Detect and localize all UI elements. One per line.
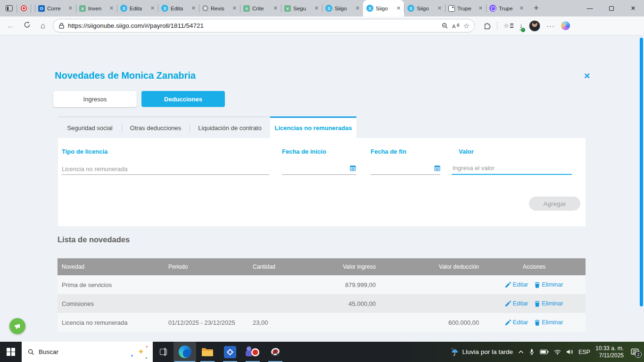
- tab-close-icon[interactable]: ✕: [438, 6, 442, 11]
- favorite-star-icon[interactable]: ☆: [463, 22, 470, 29]
- battery-icon[interactable]: [540, 349, 549, 354]
- tab-seguridad[interactable]: xSegu✕: [281, 0, 322, 16]
- teams-icon: [246, 346, 260, 358]
- editar-label: Editar: [513, 319, 528, 326]
- tab-close-icon[interactable]: ✕: [109, 6, 114, 11]
- agregar-button[interactable]: Agregar: [529, 197, 580, 211]
- volume-icon[interactable]: [566, 349, 573, 355]
- eliminar-link[interactable]: Eliminar: [535, 300, 563, 307]
- trupe-favicon: [489, 5, 496, 12]
- address-bar[interactable]: https://siigonube.siigo.com/#/payroll/18…: [53, 19, 475, 33]
- tab-inventario[interactable]: xInven✕: [76, 0, 117, 16]
- page-scrollbar[interactable]: [640, 38, 643, 306]
- editar-link[interactable]: Editar: [505, 300, 528, 307]
- tab-siigo-1[interactable]: SSiigo✕: [322, 0, 363, 16]
- tab-label: Trupe: [457, 6, 476, 11]
- tab-close-icon[interactable]: ✕: [479, 6, 483, 11]
- read-aloud-icon[interactable]: A: [452, 23, 460, 29]
- ingresos-button[interactable]: Ingresos: [53, 91, 137, 107]
- tab-close-icon[interactable]: ✕: [68, 6, 73, 11]
- microphone-icon[interactable]: [529, 348, 535, 355]
- tab-close-icon[interactable]: ✕: [191, 6, 196, 11]
- tab-seguridad-social[interactable]: Seguridad social: [58, 116, 122, 138]
- tab-siigo-active[interactable]: SSiigo✕: [363, 0, 404, 16]
- profile-avatar[interactable]: [529, 20, 540, 32]
- income-deduction-toggle: Ingresos Deducciones: [53, 91, 225, 107]
- start-button[interactable]: [0, 342, 22, 362]
- editar-link[interactable]: Editar: [505, 281, 528, 288]
- tab-siigo-editar-1[interactable]: SEdita✕: [117, 0, 158, 16]
- taskbar-diamond-app[interactable]: [219, 342, 241, 362]
- language-indicator[interactable]: ESP: [578, 349, 590, 355]
- tab-correo[interactable]: OCorre✕: [35, 0, 76, 16]
- fecha-fin-field[interactable]: [371, 163, 440, 175]
- search-highlights-icon: ✦✦: [130, 345, 148, 359]
- tab-siigo-2[interactable]: SSiigo✕: [404, 0, 445, 16]
- valor-input[interactable]: [452, 163, 572, 175]
- back-icon[interactable]: ←: [5, 21, 17, 31]
- window-maximize-button[interactable]: [601, 0, 622, 16]
- tab-close-icon[interactable]: ✕: [396, 6, 401, 11]
- tab-liquidacion-contrato[interactable]: Liquidación de contrato: [190, 116, 270, 138]
- excel-favicon: x: [79, 5, 86, 12]
- taskbar-search-box[interactable]: Buscar ✦✦: [22, 342, 153, 362]
- taskbar-snipping-tool[interactable]: [264, 342, 287, 362]
- downloads-icon[interactable]: ↓✓: [520, 21, 523, 30]
- tab-chatgpt[interactable]: Revis✕: [199, 0, 240, 16]
- taskbar-teams-recorder[interactable]: [241, 342, 264, 362]
- tray-chevron-up-icon[interactable]: [518, 350, 524, 354]
- weather-widget[interactable]: Lluvia por la tarde: [450, 348, 513, 356]
- tab-label: Edita: [130, 6, 148, 11]
- settings-menu-icon[interactable]: ···: [546, 22, 555, 30]
- window-minimize-button[interactable]: —: [579, 0, 601, 16]
- announcements-fab[interactable]: [9, 318, 25, 334]
- deducciones-button[interactable]: Deducciones: [141, 91, 225, 107]
- record-dot-icon: [251, 348, 259, 356]
- chatgpt-favicon: [202, 5, 208, 11]
- tab-siigo-editar-2[interactable]: SEdita✕: [158, 0, 199, 16]
- tab-otras-deducciones[interactable]: Otras deducciones: [122, 116, 190, 138]
- url-text[interactable]: https://siigonube.siigo.com/#/payroll/18…: [68, 22, 438, 29]
- fecha-inicio-field[interactable]: [282, 163, 356, 175]
- tab-trupe-2[interactable]: Trupe✕: [486, 0, 527, 16]
- extensions-icon[interactable]: [483, 22, 491, 30]
- windows-taskbar: Buscar ✦✦ Lluvia por la tarde: [0, 342, 644, 362]
- tab-close-icon[interactable]: ✕: [273, 6, 278, 11]
- taskbar-file-explorer[interactable]: [196, 342, 219, 362]
- recording-indicator-icon[interactable]: [21, 5, 27, 11]
- tab-layout-icon[interactable]: [6, 5, 13, 11]
- tab-trupe-1[interactable]: Trupe✕: [445, 0, 486, 16]
- home-icon[interactable]: ⌂: [37, 21, 49, 31]
- calendar-icon[interactable]: [350, 165, 356, 173]
- calendar-icon[interactable]: [434, 165, 440, 173]
- tab-close-icon[interactable]: ✕: [232, 6, 237, 11]
- siigo-favicon: S: [325, 5, 332, 12]
- editar-link[interactable]: Editar: [505, 319, 528, 326]
- tab-close-icon[interactable]: ✕: [355, 6, 360, 11]
- action-center-button[interactable]: 2: [629, 346, 640, 358]
- new-tab-button[interactable]: +: [527, 3, 545, 13]
- task-view-button[interactable]: [153, 342, 173, 362]
- tab-label: Siigo: [335, 6, 353, 11]
- tray-time: 10:33 a. m.: [595, 345, 624, 352]
- favorites-bar-icon[interactable]: ☆: [504, 23, 513, 29]
- tab-criterios[interactable]: xCrite✕: [240, 0, 281, 16]
- tab-licencias-no-remuneradas[interactable]: Licencias no remuneradas: [270, 116, 356, 138]
- refresh-icon[interactable]: [21, 21, 33, 31]
- zoom-out-icon[interactable]: [441, 22, 448, 29]
- eliminar-link[interactable]: Eliminar: [535, 319, 563, 326]
- close-icon[interactable]: ✕: [584, 71, 590, 81]
- wifi-icon[interactable]: [554, 349, 561, 355]
- taskbar-edge[interactable]: [173, 342, 196, 362]
- page-title: Novedades de Monica Zanabria: [55, 70, 196, 81]
- svg-text:A: A: [452, 23, 456, 29]
- tab-close-icon[interactable]: ✕: [314, 6, 319, 11]
- copilot-icon[interactable]: [561, 21, 570, 30]
- window-close-button[interactable]: ✕: [622, 0, 644, 16]
- tab-close-icon[interactable]: ✕: [150, 6, 155, 11]
- clock[interactable]: 10:33 a. m. 7/11/2025: [595, 345, 624, 359]
- browser-toolbar: ← ⌂ https://siigonube.siigo.com/#/payrol…: [0, 16, 644, 35]
- eliminar-link[interactable]: Eliminar: [535, 281, 563, 288]
- tipo-licencia-select[interactable]: Licencia no remunerada: [62, 163, 269, 175]
- tab-close-icon[interactable]: ✕: [520, 6, 524, 11]
